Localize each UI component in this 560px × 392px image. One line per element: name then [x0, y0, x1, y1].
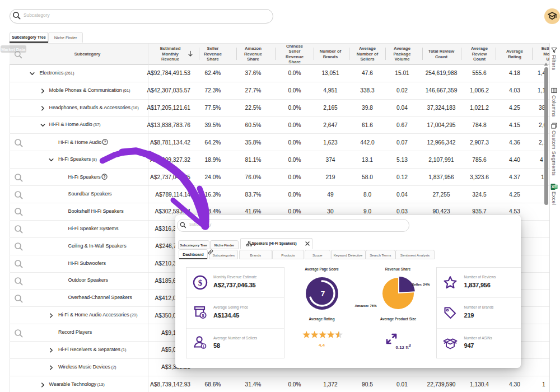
svg-text:?: ? [103, 175, 105, 179]
svg-text:7: 7 [321, 290, 325, 298]
svg-text:$: $ [202, 313, 204, 318]
svg-text:$: $ [198, 278, 202, 287]
svg-text:X: X [551, 184, 554, 189]
svg-text:i: i [203, 344, 204, 348]
svg-text:?: ? [104, 140, 106, 144]
